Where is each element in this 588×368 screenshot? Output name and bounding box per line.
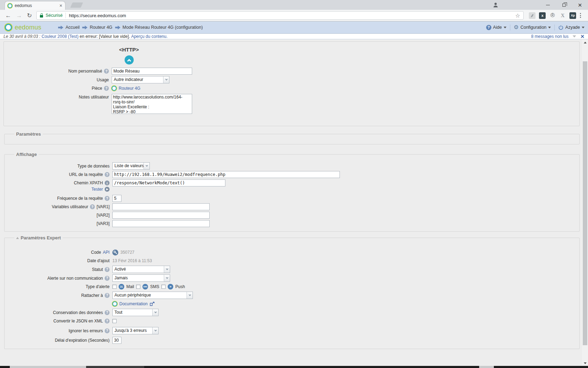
- mail-checkbox[interactable]: [112, 285, 117, 289]
- notification-close-icon[interactable]: ✕: [580, 34, 584, 39]
- delai-input[interactable]: [112, 337, 121, 344]
- profile-icon[interactable]: [491, 1, 500, 9]
- field-row-nom: Nom personnalisé: [4, 68, 576, 75]
- field-row-url-requete: URL de la requête: [5, 171, 576, 178]
- help-icon[interactable]: [105, 328, 110, 333]
- notification-preview-link[interactable]: Aperçu du contenu.: [131, 34, 168, 39]
- date-ajout-label: Date d'ajout: [87, 258, 110, 263]
- collapse-up-button[interactable]: [125, 55, 134, 64]
- var3-input[interactable]: [112, 220, 210, 227]
- nom-input[interactable]: [112, 68, 192, 75]
- window-restore-button[interactable]: [556, 0, 572, 10]
- statut-label: Statut: [92, 267, 103, 272]
- statut-select[interactable]: Activé: [112, 266, 170, 273]
- notification-bar: Le 30 avril à 09:03 : Couleur 2008 (Test…: [0, 34, 588, 39]
- help-icon[interactable]: [105, 319, 110, 323]
- unread-messages-link[interactable]: 8 messages non lus: [531, 34, 569, 39]
- conservation-select[interactable]: Tout: [112, 309, 159, 316]
- breadcrumb-configuration[interactable]: Mode Réseau Routeur 4G (configuration): [115, 25, 203, 30]
- breadcrumb-routeur-4g[interactable]: Routeur 4G: [82, 25, 112, 30]
- r-badge-extension-icon[interactable]: ®: [549, 12, 556, 19]
- help-icon[interactable]: [104, 69, 109, 74]
- help-icon[interactable]: [105, 276, 110, 281]
- usage-select[interactable]: Autre indicateur: [112, 76, 169, 83]
- field-row-usage: Usage Autre indicateur: [4, 76, 576, 83]
- bookmark-star-icon[interactable]: ☆: [515, 12, 520, 19]
- chevron-down-icon: [582, 27, 584, 30]
- field-row-conservation: Conservation des données Tout: [5, 309, 576, 316]
- chevron-up-icon: [127, 59, 131, 63]
- piece-link[interactable]: Routeur 4G: [119, 86, 140, 91]
- configuration-menu[interactable]: ⚙ Configuration: [514, 25, 551, 30]
- rattacher-select[interactable]: Aucun périphérique: [112, 292, 193, 299]
- play-icon[interactable]: [105, 187, 110, 192]
- page-scrollbar[interactable]: [582, 40, 588, 366]
- back-icon[interactable]: ←: [5, 13, 11, 19]
- help-icon[interactable]: [105, 293, 110, 298]
- help-icon[interactable]: [105, 310, 110, 315]
- browser-tab[interactable]: eedomus ×: [5, 1, 65, 10]
- help-icon[interactable]: [105, 172, 110, 177]
- type-donnees-select[interactable]: Liste de valeurs: [112, 162, 150, 170]
- xpath-input[interactable]: [112, 179, 225, 186]
- push-label: Push: [175, 284, 185, 289]
- external-link-icon: [150, 302, 155, 306]
- help-icon[interactable]: [105, 267, 110, 272]
- info-icon[interactable]: [105, 180, 110, 185]
- conservation-label: Conservation des données: [53, 310, 103, 315]
- eedomus-favicon: [8, 4, 12, 8]
- reload-icon[interactable]: ↻: [27, 13, 32, 19]
- browser-menu-icon[interactable]: [580, 13, 581, 18]
- rattacher-label: Rattacher à: [81, 293, 103, 298]
- sms-checkbox[interactable]: [136, 285, 140, 289]
- alerte-comm-select[interactable]: Jamais: [112, 274, 170, 282]
- piece-label: Pièce: [92, 86, 102, 91]
- collapse-triangle-icon[interactable]: [16, 236, 19, 239]
- tester-link[interactable]: Tester: [91, 187, 103, 192]
- tab-close-icon[interactable]: ×: [59, 3, 62, 8]
- brand-name[interactable]: eedomus: [15, 24, 41, 31]
- field-row-date-ajout: Date d'ajout 13 Févr 2016 à 11:53: [5, 257, 576, 264]
- scrollbar-up-icon[interactable]: [582, 40, 588, 45]
- breadcrumb-arrow-icon: [82, 26, 88, 29]
- help-menu[interactable]: ? Aide: [486, 25, 506, 30]
- eedomus-logo[interactable]: [5, 24, 12, 31]
- new-tab-button[interactable]: [70, 2, 83, 8]
- breadcrumb-accueil[interactable]: Accueil: [58, 25, 79, 30]
- select-arrow-icon: [144, 163, 149, 169]
- x-gray-extension-icon[interactable]: X: [559, 12, 566, 19]
- var1-input[interactable]: [112, 203, 210, 210]
- api-key-icon[interactable]: [112, 250, 118, 255]
- device-type-title: <HTTP>: [91, 47, 167, 53]
- forward-icon[interactable]: →: [16, 13, 22, 19]
- frequence-label: Fréquence de la requête: [57, 196, 103, 201]
- var2-input[interactable]: [112, 212, 210, 219]
- secure-label: Sécurisé: [46, 13, 63, 18]
- xp-extension-icon[interactable]: Xp: [569, 12, 576, 19]
- scrollbar-thumb[interactable]: [583, 61, 587, 345]
- convertir-checkbox[interactable]: [112, 319, 117, 323]
- ignorer-select[interactable]: Jusqu'à 3 erreurs: [112, 327, 159, 334]
- scrollbar-down-icon[interactable]: [582, 360, 588, 366]
- help-icon[interactable]: [90, 204, 95, 209]
- notification-device-link[interactable]: Couleur 2008 (Test): [42, 34, 78, 39]
- user-menu[interactable]: Azyade: [558, 25, 584, 30]
- ignorer-label: Ignorer les erreurs: [69, 328, 103, 333]
- push-checkbox[interactable]: [161, 285, 166, 289]
- frequence-input[interactable]: [112, 195, 121, 202]
- x-dark-extension-icon[interactable]: x: [539, 12, 546, 19]
- api-link[interactable]: API: [103, 250, 110, 255]
- window-close-button[interactable]: ✕: [572, 0, 588, 10]
- select-arrow-icon: [163, 76, 169, 83]
- notes-textarea[interactable]: http://www.laroccasolutions.com/164-rsrq…: [112, 94, 192, 114]
- help-icon[interactable]: [105, 196, 110, 201]
- documentation-link[interactable]: Documentation: [119, 301, 148, 306]
- adobe-acrobat-extension-icon[interactable]: [529, 12, 536, 19]
- url-text[interactable]: https://secure.eedomus.com: [69, 13, 515, 18]
- url-requete-input[interactable]: [112, 171, 340, 178]
- convertir-label: Convertir le JSON en XML: [54, 319, 103, 323]
- window-minimize-button[interactable]: [540, 0, 556, 10]
- help-icon[interactable]: [104, 86, 109, 91]
- address-bar[interactable]: Sécurisé https://secure.eedomus.com ☆: [36, 11, 524, 20]
- notification-expand-icon[interactable]: [573, 35, 576, 39]
